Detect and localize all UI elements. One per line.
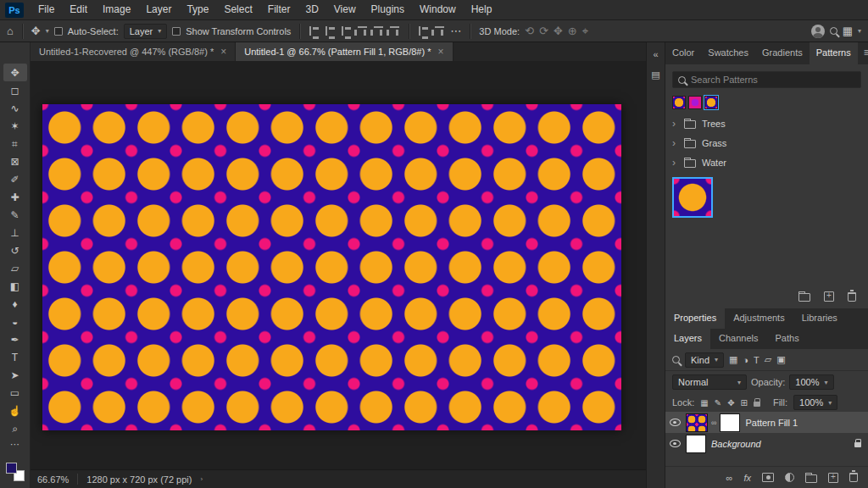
pattern-swatch-3[interactable]	[704, 96, 718, 109]
fill-dropdown[interactable]: 100% ▾	[793, 395, 837, 410]
pattern-folder-trees[interactable]: › Trees	[672, 114, 861, 133]
dodge-tool[interactable]: ◒	[3, 313, 27, 330]
eraser-tool[interactable]: ▱	[3, 259, 27, 277]
new-group-icon[interactable]	[805, 474, 817, 483]
tab-swatches[interactable]: Swatches	[701, 42, 755, 64]
tab-paths[interactable]: Paths	[767, 329, 808, 349]
lock-transparency-icon[interactable]: ▦	[700, 398, 708, 408]
brush-tool[interactable]: ✎	[3, 206, 27, 224]
layer-thumbnail[interactable]	[686, 413, 708, 432]
search-patterns-input[interactable]	[691, 75, 855, 85]
distribute-horizontal-icon[interactable]	[418, 26, 429, 36]
path-selection-tool[interactable]: ➤	[3, 366, 27, 384]
tab-layers[interactable]: Layers	[665, 329, 710, 349]
more-options-icon[interactable]: ⋯	[450, 25, 461, 36]
tab-channels[interactable]: Channels	[710, 329, 766, 349]
filter-type-layers-icon[interactable]: T	[754, 355, 760, 365]
pattern-swatch-2[interactable]	[688, 96, 702, 109]
layer-mask-thumbnail[interactable]	[720, 413, 740, 432]
opacity-dropdown[interactable]: 100% ▾	[789, 374, 833, 390]
tab-gradients[interactable]: Gradients	[755, 42, 810, 64]
layer-row-background[interactable]: Background	[665, 433, 868, 454]
lock-pixels-icon[interactable]: ✎	[715, 398, 721, 408]
layer-name[interactable]: Background	[711, 439, 761, 449]
filter-adjustment-layers-icon[interactable]: ◑	[743, 355, 748, 365]
show-transform-controls-checkbox[interactable]	[172, 27, 181, 36]
photoshop-logo[interactable]: Ps	[5, 3, 24, 18]
3d-drag-icon[interactable]: ✥	[554, 25, 563, 36]
3d-slide-icon[interactable]: ⊕	[568, 25, 577, 36]
menu-plugins[interactable]: Plugins	[364, 0, 412, 19]
canvas-pattern-fill[interactable]	[42, 104, 621, 430]
3d-scale-icon[interactable]: ⌖	[582, 25, 588, 36]
menu-3d[interactable]: 3D	[298, 0, 326, 19]
menu-select[interactable]: Select	[216, 0, 259, 19]
clone-stamp-tool[interactable]: ⊥	[3, 224, 27, 241]
menu-file[interactable]: File	[31, 0, 62, 19]
delete-layer-icon[interactable]	[849, 473, 858, 482]
pattern-swatch-1[interactable]	[672, 96, 686, 109]
menu-help[interactable]: Help	[464, 0, 500, 19]
new-pattern-icon[interactable]	[824, 291, 834, 302]
tab-color[interactable]: Color	[665, 42, 701, 64]
new-pattern-group-icon[interactable]	[798, 293, 810, 302]
selected-pattern-tile[interactable]	[672, 177, 713, 218]
chevron-down-icon[interactable]: ▾	[858, 27, 861, 35]
healing-brush-tool[interactable]: ✚	[3, 188, 27, 206]
pattern-folder-water[interactable]: › Water	[672, 152, 861, 172]
foreground-color-swatch[interactable]	[6, 463, 17, 474]
gradient-tool[interactable]: ◧	[3, 277, 27, 295]
lock-position-icon[interactable]: ✥	[727, 398, 734, 408]
zoom-level[interactable]: 66.67%	[37, 474, 69, 485]
3d-rotate-icon[interactable]: ⟲	[525, 25, 534, 36]
align-left-icon[interactable]	[309, 26, 320, 36]
align-center-icon[interactable]	[325, 26, 336, 36]
zoom-tool[interactable]: ⌕	[3, 419, 27, 437]
quick-selection-tool[interactable]: ✶	[3, 117, 27, 135]
document-tab-recovered[interactable]: Untitled-1-Recovered @ 447% (RGB/8#) * ×	[31, 42, 236, 61]
layer-row-pattern-fill[interactable]: ∞ Pattern Fill 1	[665, 412, 868, 433]
layer-effects-icon[interactable]: fx	[743, 473, 751, 483]
history-brush-tool[interactable]: ↺	[3, 241, 27, 259]
layer-thumbnail[interactable]	[686, 435, 706, 453]
menu-window[interactable]: Window	[412, 0, 464, 19]
filter-shape-layers-icon[interactable]: ▱	[765, 354, 771, 365]
align-bottom-icon[interactable]	[390, 25, 399, 36]
pen-tool[interactable]: ✒	[3, 330, 27, 348]
menu-type[interactable]: Type	[179, 0, 216, 19]
filter-pixel-layers-icon[interactable]: ▦	[729, 354, 737, 365]
delete-pattern-icon[interactable]	[848, 292, 856, 302]
document-info[interactable]: 1280 px x 720 px (72 ppi)	[86, 474, 192, 485]
rail-panel-icon[interactable]: ▤	[651, 69, 659, 80]
chevron-right-icon[interactable]: ›	[200, 475, 203, 483]
align-middle-icon[interactable]	[374, 25, 383, 36]
frame-tool[interactable]: ⊠	[3, 152, 27, 170]
move-tool[interactable]: ✥	[3, 64, 27, 81]
crop-tool[interactable]: ⌗	[3, 135, 27, 152]
tab-patterns[interactable]: Patterns	[810, 42, 858, 64]
edit-toolbar-icon[interactable]: ⋯	[10, 439, 19, 450]
type-tool[interactable]: T	[3, 348, 27, 366]
move-tool-preset-icon[interactable]: ✥	[31, 25, 41, 36]
chevron-right-icon[interactable]: ›	[672, 157, 678, 169]
tab-libraries[interactable]: Libraries	[793, 308, 846, 329]
background-lock-icon[interactable]	[854, 442, 861, 447]
chevron-right-icon[interactable]: ›	[672, 137, 678, 149]
tab-adjustments[interactable]: Adjustments	[725, 308, 793, 329]
distribute-vertical-icon[interactable]	[435, 25, 444, 36]
new-adjustment-layer-icon[interactable]	[785, 473, 794, 482]
auto-select-checkbox[interactable]	[54, 27, 63, 36]
visibility-eye-icon[interactable]	[670, 440, 681, 447]
marquee-tool[interactable]: ◻	[3, 81, 27, 99]
chevron-right-icon[interactable]: ›	[672, 118, 678, 130]
eyedropper-tool[interactable]: ✐	[3, 170, 27, 188]
lasso-tool[interactable]: ∿	[3, 99, 27, 117]
workspace-layout-icon[interactable]: ▦	[843, 25, 853, 36]
link-layers-icon[interactable]: ∞	[726, 473, 733, 483]
pattern-search-box[interactable]	[672, 71, 861, 88]
lock-all-icon[interactable]	[754, 402, 760, 407]
auto-select-target-dropdown[interactable]: Layer ▾	[124, 24, 168, 39]
blend-mode-dropdown[interactable]: Normal ▾	[672, 374, 747, 390]
lock-artboard-icon[interactable]: ⊞	[741, 398, 748, 408]
filter-smart-objects-icon[interactable]: ▣	[776, 354, 785, 365]
